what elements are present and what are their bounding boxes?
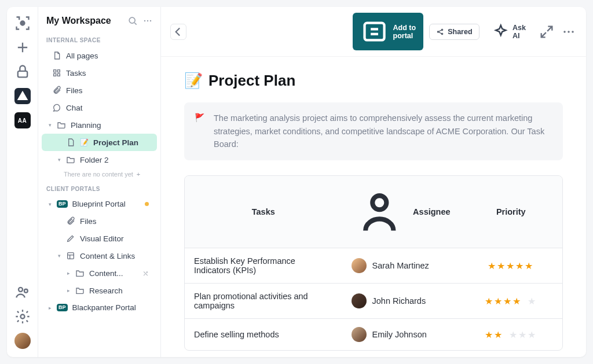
callout: 🚩 The marketing analysis project aims to…	[184, 102, 563, 160]
expand-icon[interactable]	[539, 24, 555, 40]
page-icon	[52, 51, 61, 60]
portal-files[interactable]: Files	[42, 212, 157, 230]
more-icon[interactable]	[561, 24, 577, 40]
avatar-icon	[352, 258, 367, 273]
page-content: 📝 Project Plan 🚩 The marketing analysis …	[161, 57, 586, 357]
members-icon[interactable]	[14, 284, 31, 300]
assignee: Emily Johnson	[342, 319, 460, 350]
svg-point-0	[20, 21, 24, 25]
svg-point-3	[24, 289, 27, 293]
nav-label: Visual Editor	[80, 234, 124, 243]
add-icon[interactable]	[14, 39, 31, 56]
flag-icon: 🚩	[195, 112, 204, 150]
nav-label: Folder 2	[80, 156, 109, 164]
back-button[interactable]	[170, 24, 186, 40]
svg-point-4	[20, 315, 24, 319]
task-name: Define selling methods	[185, 319, 342, 350]
svg-point-5	[129, 17, 135, 23]
nav-tasks[interactable]: Tasks	[42, 64, 157, 82]
nav-label: Content...	[89, 269, 123, 278]
nav-label: Research	[89, 286, 123, 295]
logo-icon[interactable]	[14, 15, 31, 31]
col-assignee: Assignee	[342, 176, 460, 248]
rail: AA	[7, 7, 38, 357]
nav-label: Tasks	[66, 69, 86, 78]
status-dot-icon	[145, 202, 149, 206]
svg-point-16	[441, 29, 442, 30]
portal-blackpanter[interactable]: ▸ BP Blackpanter Portal	[42, 299, 157, 316]
table-row[interactable]: Plan promotional activities and campaign…	[185, 284, 562, 319]
more-icon[interactable]	[142, 15, 153, 27]
svg-rect-13	[68, 253, 74, 259]
svg-rect-11	[54, 73, 56, 76]
portal-research[interactable]: ▸ Research	[42, 282, 157, 299]
nav-label: All pages	[66, 52, 98, 60]
add-to-portal-button[interactable]: Add to portal	[353, 13, 423, 50]
nav-files[interactable]: Files	[42, 82, 157, 99]
aa-icon[interactable]: AA	[14, 112, 31, 128]
svg-rect-10	[57, 70, 60, 72]
chevron-right-icon: ▸	[49, 305, 56, 311]
nav-planning[interactable]: ▾ Planning	[42, 116, 157, 134]
priority-stars: ★★★★★	[460, 284, 562, 318]
svg-point-7	[147, 20, 149, 22]
add-content-icon[interactable]: +	[137, 171, 140, 178]
svg-point-19	[568, 31, 570, 33]
empty-note: There are no content yet +	[38, 168, 160, 180]
col-priority: Priority	[460, 176, 562, 248]
chevron-down-icon: ▾	[49, 122, 56, 128]
nav-project-plan[interactable]: 📝 Project Plan	[42, 134, 157, 151]
svg-point-2	[19, 288, 23, 292]
bp-badge-icon: BP	[57, 200, 68, 208]
chat-icon	[52, 103, 61, 112]
task-name: Plan promotional activities and campaign…	[185, 284, 342, 318]
settings-icon[interactable]	[14, 308, 31, 325]
sidebar: My Workspace INTERNAL SPACE All pages Ta…	[38, 7, 161, 357]
workspace-header: My Workspace	[38, 7, 160, 31]
nav-label: Files	[80, 217, 97, 226]
pencil-icon	[66, 234, 75, 243]
priority-stars: ★★★★★	[460, 319, 562, 350]
nav-all-pages[interactable]: All pages	[42, 47, 157, 64]
shared-button[interactable]: Shared	[429, 24, 479, 40]
table-header: Tasks Assignee Priority	[185, 176, 562, 249]
nav-label: Blackpanter Portal	[72, 303, 136, 312]
user-avatar[interactable]	[14, 333, 31, 349]
assignee: John Richards	[342, 284, 460, 318]
table-row[interactable]: Define selling methods Emily Johnson ★★★…	[185, 319, 562, 350]
portal-content-links[interactable]: ▾ Content & Links	[42, 247, 157, 264]
chevron-down-icon: ▾	[58, 157, 65, 163]
button-label: Shared	[448, 28, 472, 36]
portal-blueprint[interactable]: ▾ BP Blueprint Portal	[42, 196, 157, 212]
nav-folder2[interactable]: ▾ Folder 2	[42, 151, 157, 168]
chevron-right-icon: ▸	[67, 270, 74, 276]
tasks-icon	[52, 68, 61, 78]
svg-rect-9	[54, 70, 56, 72]
svg-point-8	[150, 20, 152, 22]
topbar: Add to portal Shared Ask AI	[161, 7, 586, 57]
nav-label: Blueprint Portal	[72, 200, 126, 208]
nav-label: Files	[66, 86, 83, 95]
svg-point-20	[572, 31, 574, 33]
avatar-icon	[352, 293, 367, 308]
portal-content[interactable]: ▸ Content... ⤯	[42, 264, 157, 282]
table-row[interactable]: Establish Key Performance Indicators (KP…	[185, 248, 562, 284]
lock-icon[interactable]	[14, 64, 31, 80]
portal-visual-editor[interactable]: Visual Editor	[42, 230, 157, 247]
layout-icon	[66, 251, 75, 260]
hidden-icon: ⤯	[142, 269, 149, 278]
app-root: AA My Workspace INTERNAL SPACE All pages	[7, 7, 586, 357]
attachment-icon	[52, 86, 61, 95]
svg-rect-12	[57, 73, 60, 76]
memo-icon: 📝	[80, 138, 89, 146]
nav-label: Content & Links	[80, 252, 135, 260]
avatar-icon	[352, 327, 367, 342]
nav-label: Planning	[71, 121, 101, 130]
search-icon[interactable]	[127, 15, 138, 27]
svg-rect-1	[17, 71, 27, 77]
svg-point-18	[563, 31, 566, 33]
workspace-icon[interactable]	[14, 88, 31, 104]
nav-chat[interactable]: Chat	[42, 99, 157, 116]
ask-ai-button[interactable]: Ask AI	[485, 19, 533, 45]
svg-point-15	[437, 31, 438, 32]
